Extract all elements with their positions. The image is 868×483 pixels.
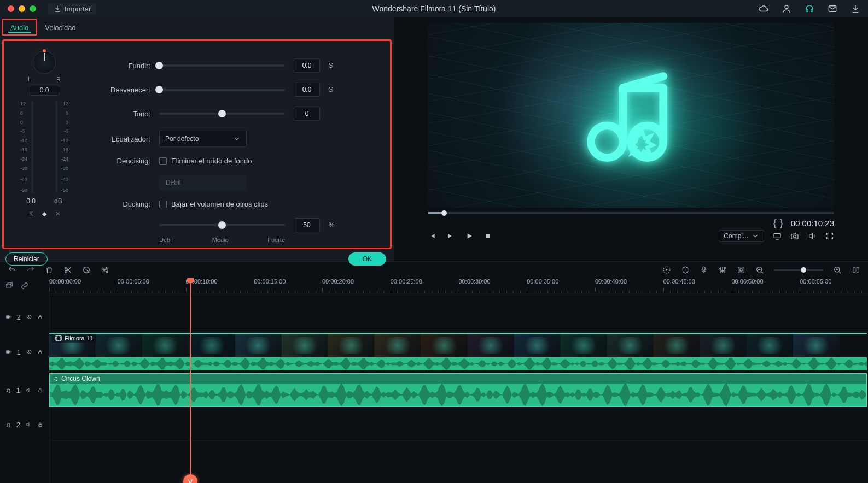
ducking-slider-row: 50 % [96,218,380,232]
mute-icon[interactable] [26,386,32,394]
fundir-value[interactable]: 0.0 [294,58,320,73]
zoom-slider[interactable] [774,269,823,271]
tab-audio[interactable]: Audio [2,19,37,36]
keyframe-toggle-icon[interactable]: ◆ [40,209,49,218]
desvanecer-value[interactable]: 0.0 [294,83,320,97]
keyframe-panel-icon[interactable] [737,266,745,274]
desvanecer-slider[interactable] [159,89,285,91]
preview-progress[interactable] [428,212,834,214]
tono-value[interactable]: 0 [294,107,320,121]
zoom-in-icon[interactable] [833,266,842,274]
stop-icon[interactable] [483,232,492,240]
ducking-scale-medium: Medio [212,237,229,243]
tab-audio-label: Audio [10,23,28,32]
fit-icon[interactable] [852,266,860,274]
ducking-slider[interactable] [159,224,285,226]
ducking-row: Ducking: Bajar el volumen de otros clips [96,200,380,208]
track-audio1[interactable]: ♫ Circus Clown [49,372,868,408]
ruler-tick: 00:00:55:00 [800,278,831,285]
ducking-value[interactable]: 50 [294,218,320,232]
mail-icon[interactable] [828,4,837,14]
tab-velocidad[interactable]: Velocidad [37,19,83,36]
timeline-ruler[interactable]: 00:00:00:0000:00:05:0000:00:10:0000:00:1… [49,278,868,293]
step-back-icon[interactable] [428,232,436,240]
zoom-out-icon[interactable] [755,266,764,274]
volume-icon[interactable] [808,232,817,240]
import-label: Importar [65,5,91,13]
mark-in-out[interactable]: {} [773,217,783,229]
playhead-handle-icon[interactable]: ∨ [183,474,197,483]
svg-rect-25 [7,284,11,287]
properties-panel: Audio Velocidad L R 0.0 12 6 [0,17,394,261]
timeline-tracks[interactable]: 00:00:00:0000:00:05:0000:00:10:0000:00:1… [49,278,868,483]
music-track-icon: ♫ [5,421,11,429]
fundir-slider[interactable] [159,64,285,67]
vu-tick: -24 [20,156,43,162]
delete-icon[interactable] [45,266,54,274]
import-button[interactable]: Importar [48,3,96,15]
display-icon[interactable] [773,232,782,240]
mixer-icon[interactable] [718,266,727,274]
svg-rect-4 [486,234,490,238]
cut-icon[interactable] [63,266,72,274]
lock-icon[interactable] [37,386,43,394]
pan-value[interactable]: 0.0 [30,85,59,96]
redo-icon[interactable] [26,266,35,274]
transport-controls: Compl... [428,230,834,242]
reset-button[interactable]: Reiniciar [5,252,48,266]
nest-icon[interactable] [5,282,13,290]
preview-quality-select[interactable]: Compl... [719,230,764,242]
ok-button[interactable]: OK [348,252,386,266]
snapshot-icon[interactable] [790,232,799,240]
download-icon[interactable] [850,4,860,14]
pan-knob[interactable] [33,51,56,74]
play-icon[interactable] [465,232,474,240]
audio-clip[interactable]: ♫ Circus Clown [49,373,867,407]
keyframe-k-button[interactable]: K [27,209,36,218]
mute-icon[interactable] [26,421,32,428]
lock-icon[interactable] [37,421,43,428]
maximize-window-icon[interactable] [30,5,36,12]
vu-meter-left[interactable]: 12 6 0 -6 -12 -18 -24 -30 -40 -50 [20,101,43,193]
keyframe-delete-icon[interactable]: ✕ [53,209,62,218]
vu-tick: -24 [45,156,68,162]
support-icon[interactable] [805,4,814,14]
audio-clip-wave [50,384,866,406]
desvanecer-label: Desvanecer: [96,86,150,94]
playhead[interactable]: ∨ [190,278,191,483]
ducking-checkbox[interactable]: Bajar el volumen de otros clips [159,200,268,208]
marker-icon[interactable] [681,266,690,274]
tono-slider[interactable] [159,113,285,115]
visibility-icon[interactable] [26,313,32,321]
denoising-checkbox[interactable]: Eliminar el ruido de fondo [159,157,252,165]
account-icon[interactable] [782,4,791,14]
vu-meter-right[interactable]: 12 6 0 -6 -12 -18 -24 -30 -40 -50 [45,101,68,193]
cloud-icon[interactable] [759,4,768,14]
settings-icon[interactable] [101,266,109,274]
ruler-tick: 00:00:30:00 [459,278,491,285]
crop-icon[interactable] [82,266,91,274]
preview-canvas[interactable] [428,23,834,208]
render-icon[interactable] [662,266,671,274]
video-clip[interactable]: Filmora 11 [49,333,867,370]
svg-rect-24 [857,268,859,272]
undo-icon[interactable] [8,266,16,274]
track-video1[interactable]: Filmora 11 [49,332,868,372]
track-video2[interactable] [49,302,868,332]
lock-icon[interactable] [37,348,43,356]
link-icon[interactable] [21,282,28,290]
close-window-icon[interactable] [8,5,14,12]
music-note-small-icon: ♫ [53,375,58,382]
svg-point-13 [107,271,108,273]
vu-tick: -30 [20,166,43,171]
voiceover-icon[interactable] [700,266,708,274]
video-audio-wave [49,357,867,370]
minimize-window-icon[interactable] [19,5,25,12]
lock-icon[interactable] [37,313,43,321]
visibility-icon[interactable] [26,348,32,356]
ecualizador-select[interactable]: Por defecto [159,131,247,147]
gutter-audio1: ♫ 1 [0,372,49,408]
track-audio2[interactable] [49,408,868,441]
step-forward-icon[interactable] [446,232,455,240]
fullscreen-icon[interactable] [825,232,834,240]
